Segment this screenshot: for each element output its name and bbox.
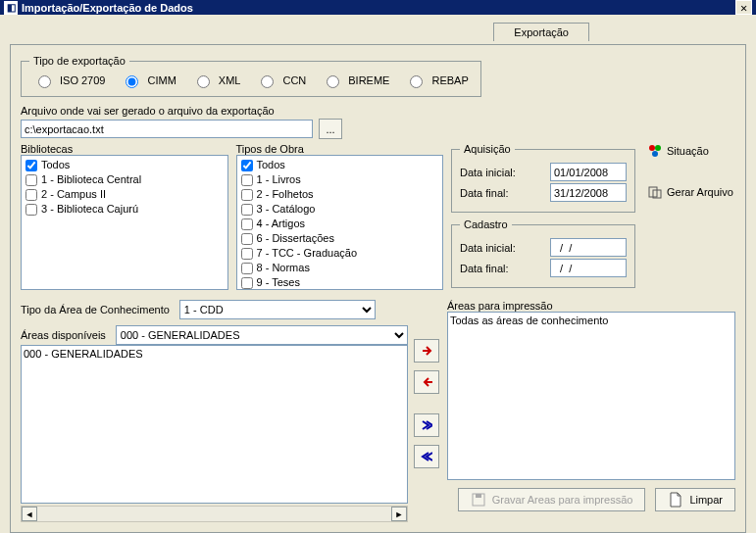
svg-rect-6 <box>476 494 481 498</box>
aq-data-final-input[interactable] <box>550 183 627 202</box>
svg-point-2 <box>652 151 658 157</box>
areas-disponiveis-label: Áreas disponíveis <box>21 329 106 341</box>
close-button[interactable]: ✕ <box>735 0 752 15</box>
export-type-radio[interactable]: BIREME <box>322 73 389 88</box>
export-type-legend: Tipo de exportação <box>29 55 129 67</box>
aq-data-inicial-input[interactable] <box>550 163 627 181</box>
file-path-input[interactable] <box>21 120 313 138</box>
tipos-obra-list[interactable]: Todos1 - Livros2 - Folhetos3 - Catálogo4… <box>236 155 444 290</box>
browse-button[interactable]: ... <box>319 119 342 139</box>
gerar-icon <box>647 184 663 200</box>
tipos-obra-label: Tipos de Obra <box>236 143 444 155</box>
list-item[interactable]: 3 - Biblioteca Cajurú <box>24 202 226 217</box>
aq-data-inicial-label: Data inicial: <box>460 167 516 178</box>
cad-data-inicial-input[interactable] <box>550 238 627 257</box>
list-item[interactable]: 7 - TCC - Graduação <box>239 246 441 261</box>
list-item[interactable]: 000 - GENERALIDADES <box>24 348 405 360</box>
remove-one-button[interactable] <box>414 370 439 394</box>
aq-data-final-label: Data final: <box>460 187 509 199</box>
svg-point-0 <box>649 145 655 151</box>
window-title: Importação/Exportação de Dados <box>22 2 193 14</box>
list-item[interactable]: 8 - Normas <box>239 261 441 275</box>
export-type-radio[interactable]: XML <box>192 73 241 88</box>
bibliotecas-label: Bibliotecas <box>21 143 228 155</box>
double-arrow-left-icon <box>421 451 432 462</box>
remove-all-button[interactable] <box>414 445 439 468</box>
tab-exportacao[interactable]: Exportação <box>493 23 589 41</box>
list-item[interactable]: 1 - Livros <box>239 172 441 187</box>
export-type-radio[interactable]: CCN <box>256 73 306 88</box>
cadastro-legend: Cadastro <box>460 218 512 230</box>
list-item[interactable]: Todos <box>239 158 441 172</box>
file-label: Arquivo onde vai ser gerado o arquivo da… <box>21 105 735 117</box>
list-item[interactable]: 6 - Dissertações <box>239 231 441 246</box>
double-arrow-right-icon <box>421 419 432 431</box>
list-item[interactable]: 1 - Biblioteca Central <box>24 172 226 187</box>
list-item[interactable]: 3 - Catálogo <box>239 202 441 217</box>
arrow-left-icon <box>421 376 432 388</box>
bibliotecas-list[interactable]: Todos1 - Biblioteca Central2 - Campus II… <box>21 155 228 290</box>
situacao-icon <box>647 143 663 159</box>
cad-data-final-input[interactable] <box>550 259 627 277</box>
areas-disponiveis-select[interactable]: 000 - GENERALIDADES <box>116 325 408 345</box>
limpar-button[interactable]: Limpar <box>655 488 735 511</box>
list-item[interactable]: 2 - Folhetos <box>239 187 441 202</box>
list-item[interactable]: Todos <box>24 158 226 172</box>
export-type-radio[interactable]: ISO 2709 <box>33 73 105 88</box>
cad-data-inicial-label: Data inicial: <box>460 242 516 254</box>
list-item[interactable]: 4 - Artigos <box>239 217 441 231</box>
tipo-area-select[interactable]: 1 - CDD <box>179 300 376 319</box>
svg-point-1 <box>655 145 661 151</box>
gravar-areas-button[interactable]: Gravar Areas para impressão <box>458 488 646 511</box>
add-one-button[interactable] <box>414 339 439 363</box>
areas-impressao-label: Áreas para impressão <box>447 300 735 312</box>
impressao-text: Todas as áreas de conhecimento <box>450 315 732 326</box>
areas-impressao-list[interactable]: Todas as áreas de conhecimento <box>447 312 735 480</box>
cad-data-final-label: Data final: <box>460 263 509 274</box>
arrow-right-icon <box>421 345 432 357</box>
save-icon <box>471 492 486 508</box>
app-icon: ◧ <box>4 1 18 15</box>
aquisicao-legend: Aquisição <box>460 143 515 155</box>
scroll-right-icon[interactable]: ► <box>391 507 407 521</box>
hscroll[interactable]: ◄ ► <box>21 506 408 522</box>
list-item[interactable]: 2 - Campus II <box>24 187 226 202</box>
tipo-area-label: Tipo da Área de Conhecimento <box>21 304 170 315</box>
new-doc-icon <box>668 492 683 508</box>
list-item[interactable]: 9 - Teses <box>239 275 441 290</box>
titlebar: ◧ Importação/Exportação de Dados ✕ <box>0 0 756 15</box>
areas-disponiveis-list[interactable]: 000 - GENERALIDADES <box>21 345 408 504</box>
scroll-left-icon[interactable]: ◄ <box>22 507 37 521</box>
export-type-radio[interactable]: REBAP <box>405 73 468 88</box>
gerar-arquivo-button[interactable]: Gerar Arquivo <box>647 184 735 200</box>
add-all-button[interactable] <box>414 413 439 437</box>
export-type-radio[interactable]: CIMM <box>121 73 176 88</box>
situacao-button[interactable]: Situação <box>647 143 735 159</box>
